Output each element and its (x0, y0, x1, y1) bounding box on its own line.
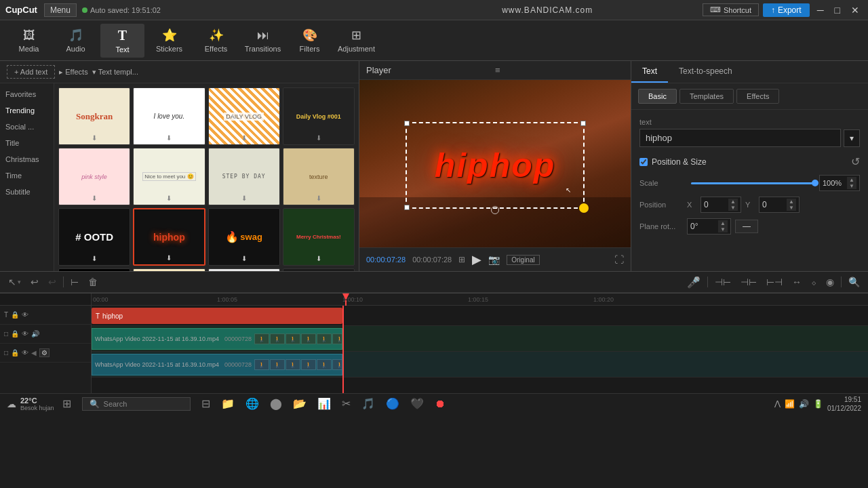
cat-social[interactable]: Social ... (0, 119, 54, 135)
eye-icon3[interactable]: 👁 (22, 349, 28, 357)
eye-icon2[interactable]: 👁 (22, 330, 28, 338)
undo-button[interactable]: ↩ (28, 275, 41, 289)
track-btn5[interactable]: ⬦ (808, 275, 819, 289)
template-nanasvlog[interactable]: Nana's Vlog #21 ⬇ (133, 268, 205, 271)
export-button[interactable]: ↑ Export (763, 3, 810, 17)
track-settings[interactable]: ⚙ (39, 348, 50, 357)
template-dailyvlog[interactable]: Daily Vlog #001 ⬇ (283, 87, 355, 145)
chrome-browser[interactable]: ⬤ (267, 396, 285, 411)
track-btn2[interactable]: ⊣⊢ (738, 275, 760, 289)
template-stepbyday[interactable]: STEP BY DAY ⬇ (208, 148, 280, 205)
handle-bl[interactable] (404, 205, 410, 210)
cat-favorites[interactable]: Favorites (0, 86, 54, 102)
y-input[interactable]: 0 ▲ ▼ (759, 197, 800, 213)
delete-button[interactable]: 🗑 (85, 275, 100, 289)
zoom-out[interactable]: 🔍 (846, 275, 863, 289)
subtab-effects[interactable]: Effects (736, 89, 779, 104)
screenshot-button[interactable]: 📷 (488, 254, 500, 265)
eye-icon[interactable]: 👁 (22, 311, 28, 319)
folder-btn[interactable]: 📂 (290, 396, 309, 411)
close-button[interactable]: ✕ (848, 5, 863, 16)
tool-audio[interactable]: 🎵 Audio (54, 24, 98, 58)
scale-slider[interactable] (691, 182, 815, 184)
menu-button[interactable]: Menu (44, 3, 77, 17)
capcut-btn[interactable]: ✂ (339, 396, 353, 411)
scale-up[interactable]: ▲ (847, 177, 856, 183)
template-songkran[interactable]: Songkran ⬇ (58, 87, 130, 145)
task-view[interactable]: ⊟ (199, 396, 213, 411)
x-up[interactable]: ▲ (728, 199, 738, 205)
template-texture[interactable]: texture ⬇ (283, 148, 355, 205)
tool-effects[interactable]: ✨ Effects (194, 24, 238, 58)
split-button[interactable]: ⊢ (68, 275, 81, 289)
center-handle[interactable] (491, 206, 499, 214)
mic-button[interactable]: 🎤 (684, 274, 703, 290)
handle-tl[interactable] (404, 121, 410, 126)
spotify-btn[interactable]: 🎵 (359, 396, 378, 411)
subtab-templates[interactable]: Templates (679, 89, 734, 104)
fullscreen-button[interactable]: ⛶ (614, 254, 624, 265)
redo-button[interactable]: ↩ (45, 275, 59, 289)
cat-subtitle[interactable]: Subtitle (0, 184, 54, 200)
track-btn1[interactable]: ⊣⊢ (712, 275, 734, 289)
text-value-input[interactable] (639, 129, 841, 147)
x-down[interactable]: ▼ (728, 205, 738, 211)
lock-icon[interactable]: 🔒 (11, 311, 19, 319)
add-text-button[interactable]: + Add text (7, 65, 55, 79)
rec-btn[interactable]: ⏺ (432, 396, 448, 411)
tool-filters[interactable]: 🎨 Filters (288, 24, 332, 58)
y-down[interactable]: ▼ (787, 205, 796, 211)
template-nicetomeetyou[interactable]: Nice to meet you 😊 ⬇ (133, 148, 205, 205)
edge-browser[interactable]: 🌐 (243, 396, 262, 411)
position-reset[interactable]: ↺ (851, 155, 860, 168)
lock-icon3[interactable]: 🔒 (11, 349, 19, 357)
text-clip[interactable]: T hiphop (92, 308, 342, 324)
shortcut-button[interactable]: ⌨ Shortcut (703, 3, 759, 16)
search-bar-btn[interactable]: 🔍 Search (79, 396, 193, 412)
audio-icon2[interactable]: ◀ (31, 349, 37, 357)
text-templates-toggle[interactable]: ▾ Text templ... (92, 68, 138, 77)
template-pink[interactable]: pink style ⬇ (58, 148, 130, 205)
audio-icon[interactable]: 🔊 (31, 330, 39, 338)
clock[interactable]: 19:51 01/12/2022 (827, 395, 861, 413)
template-sogladmetou[interactable]: I'm so glad I met you ⬇ (208, 268, 280, 271)
tool-text[interactable]: T Text (100, 24, 144, 58)
template-clock[interactable]: 18 30 ▶ ⏸ ⬇ (58, 268, 130, 271)
lock-icon2[interactable]: 🔒 (11, 330, 19, 338)
quality-badge[interactable]: Original (507, 255, 539, 265)
template-hiphop[interactable]: hiphop ⬇ (133, 208, 205, 266)
x-input[interactable]: 0 ▲ ▼ (701, 197, 741, 213)
template-striped[interactable]: DAILY VLOG ⬇ (208, 87, 280, 145)
cat-christmas[interactable]: Christmas (0, 151, 54, 167)
plane-dash-button[interactable]: — (735, 220, 758, 233)
track-btn4[interactable]: ↔ (789, 275, 804, 289)
plane-down[interactable]: ▼ (718, 226, 728, 232)
tool-stickers[interactable]: ⭐ Stickers (147, 24, 191, 58)
chrome2-btn[interactable]: 🔵 (383, 396, 402, 411)
cat-time[interactable]: Time (0, 167, 54, 184)
file-explorer[interactable]: 📁 (218, 396, 237, 411)
tool-adjustment[interactable]: ⊞ Adjustment (334, 24, 378, 58)
track-btn3[interactable]: ⊢⊣ (764, 275, 785, 289)
y-up[interactable]: ▲ (787, 199, 796, 205)
sys-tray-arrow[interactable]: ⋀ (774, 399, 781, 408)
tab-text[interactable]: Text (631, 61, 668, 83)
scale-down[interactable]: ▼ (847, 183, 856, 189)
scale-value[interactable]: 100% ▲ ▼ (819, 175, 860, 191)
select-tool[interactable]: ↖▾ (5, 275, 24, 289)
position-checkbox[interactable] (639, 158, 648, 166)
tab-tts[interactable]: Text-to-speech (668, 61, 743, 83)
plane-up[interactable]: ▲ (718, 220, 728, 226)
play-button[interactable]: ▶ (472, 252, 481, 267)
grid-icon[interactable]: ⊞ (458, 255, 465, 264)
template-ootd[interactable]: # OOTD ⬇ (58, 208, 130, 266)
track-btn6[interactable]: ◉ (823, 275, 837, 289)
template-swag[interactable]: 🔥 swag ⬇ (208, 208, 280, 266)
subtab-basic[interactable]: Basic (638, 89, 677, 104)
video-clip-2[interactable]: WhatsApp Video 2022-11-15 at 16.39.10.mp… (92, 354, 342, 375)
handle-tr[interactable] (580, 121, 586, 126)
tool-transitions[interactable]: ⏭ Transitions (241, 24, 285, 58)
office-btn[interactable]: 📊 (315, 396, 334, 411)
maximize-button[interactable]: □ (831, 5, 844, 16)
plane-rot-input[interactable]: 0° ▲ ▼ (687, 218, 731, 235)
